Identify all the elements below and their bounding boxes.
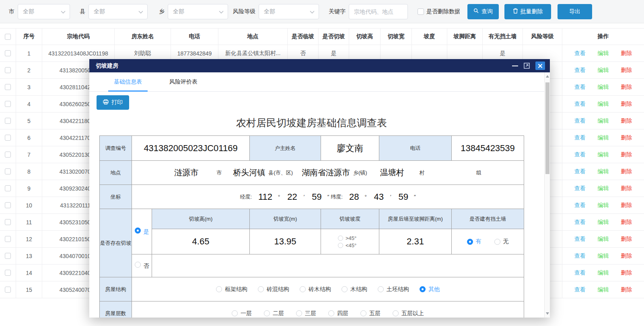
row-checkbox[interactable] xyxy=(5,185,11,191)
county-select[interactable]: 全部 xyxy=(88,4,148,19)
cell-num: 13 xyxy=(16,248,42,264)
row-checkbox[interactable] xyxy=(5,101,11,107)
edit-link[interactable]: 编辑 xyxy=(598,185,609,192)
edit-link[interactable]: 编辑 xyxy=(598,151,609,158)
delete-link[interactable]: 删除 xyxy=(621,236,632,243)
row-checkbox[interactable] xyxy=(5,236,11,242)
floor-4-radio[interactable] xyxy=(328,310,334,316)
scroll-up-icon[interactable] xyxy=(546,75,549,78)
risk-select[interactable]: 全部 xyxy=(259,4,319,19)
view-link[interactable]: 查看 xyxy=(574,202,586,209)
delete-link[interactable]: 删除 xyxy=(621,286,632,293)
row-checkbox[interactable] xyxy=(5,270,11,276)
select-all-checkbox[interactable] xyxy=(5,34,11,40)
row-checkbox[interactable] xyxy=(5,168,11,174)
town-select[interactable]: 全部 xyxy=(168,4,228,19)
view-link[interactable]: 查看 xyxy=(574,50,586,57)
delete-link[interactable]: 删除 xyxy=(621,134,632,141)
edit-link[interactable]: 编辑 xyxy=(598,286,609,293)
print-button[interactable]: 打印 xyxy=(97,95,129,110)
edit-link[interactable]: 编辑 xyxy=(598,236,609,243)
modal-header: 切坡建房 xyxy=(89,59,550,72)
delete-link[interactable]: 删除 xyxy=(621,67,632,74)
view-link[interactable]: 查看 xyxy=(574,100,586,108)
delete-link[interactable]: 删除 xyxy=(621,151,632,158)
floor-1-radio[interactable] xyxy=(232,310,238,316)
keyword-input[interactable] xyxy=(349,4,408,19)
structure-brick-wood-radio[interactable] xyxy=(300,286,306,292)
view-link[interactable]: 查看 xyxy=(574,151,586,158)
tab-risk-evaluation[interactable]: 风险评价表 xyxy=(164,72,203,91)
row-checkbox[interactable] xyxy=(5,67,11,73)
search-button[interactable]: 查询 xyxy=(467,4,499,19)
view-link[interactable]: 查看 xyxy=(574,84,586,91)
maximize-button[interactable] xyxy=(524,63,530,69)
view-link[interactable]: 查看 xyxy=(574,286,586,293)
view-link[interactable]: 查看 xyxy=(574,269,586,277)
view-link[interactable]: 查看 xyxy=(574,134,586,141)
delete-link[interactable]: 删除 xyxy=(621,202,632,209)
row-checkbox[interactable] xyxy=(5,50,11,56)
scrollbar-thumb[interactable] xyxy=(545,82,549,174)
edit-link[interactable]: 编辑 xyxy=(598,134,609,141)
structure-other-radio[interactable] xyxy=(420,286,426,292)
view-link[interactable]: 查看 xyxy=(574,236,586,243)
floor-2-radio[interactable] xyxy=(264,310,270,316)
row-checkbox[interactable] xyxy=(5,287,11,293)
slope-gt45-radio[interactable] xyxy=(338,236,343,241)
structure-frame-radio[interactable] xyxy=(216,286,222,292)
edit-link[interactable]: 编辑 xyxy=(598,168,609,175)
row-checkbox[interactable] xyxy=(5,118,11,124)
delete-link[interactable]: 删除 xyxy=(621,117,632,125)
row-checkbox[interactable] xyxy=(5,135,11,141)
view-link[interactable]: 查看 xyxy=(574,252,586,260)
edit-link[interactable]: 编辑 xyxy=(598,117,609,125)
wall-yes-radio[interactable] xyxy=(467,239,473,245)
city-select[interactable]: 全部 xyxy=(18,4,70,19)
row-checkbox[interactable] xyxy=(5,84,11,90)
delete-link[interactable]: 删除 xyxy=(621,50,632,57)
delete-link[interactable]: 删除 xyxy=(621,219,632,226)
slope-lt45-radio[interactable] xyxy=(338,243,343,248)
view-link[interactable]: 查看 xyxy=(574,219,586,226)
row-checkbox[interactable] xyxy=(5,253,11,259)
row-checkbox[interactable] xyxy=(5,202,11,208)
structure-adobe-radio[interactable] xyxy=(378,286,384,292)
structure-brick-concrete-radio[interactable] xyxy=(258,286,264,292)
row-checkbox[interactable] xyxy=(5,152,11,158)
edit-link[interactable]: 编辑 xyxy=(598,252,609,260)
view-link[interactable]: 查看 xyxy=(574,67,586,74)
scroll-down-icon[interactable] xyxy=(546,312,549,315)
edit-link[interactable]: 编辑 xyxy=(598,100,609,108)
delete-link[interactable]: 删除 xyxy=(621,252,632,260)
delete-link[interactable]: 删除 xyxy=(621,84,632,91)
modal-scrollbar[interactable] xyxy=(544,72,550,318)
cut-exist-yes-radio[interactable] xyxy=(135,228,141,234)
view-link[interactable]: 查看 xyxy=(574,117,586,125)
floor-5-radio[interactable] xyxy=(360,310,366,316)
structure-wood-radio[interactable] xyxy=(342,286,348,292)
delete-link[interactable]: 删除 xyxy=(621,100,632,108)
edit-link[interactable]: 编辑 xyxy=(598,269,609,277)
export-button[interactable]: 导出 xyxy=(558,4,592,19)
close-button[interactable] xyxy=(535,62,545,70)
edit-link[interactable]: 编辑 xyxy=(598,219,609,226)
show-deleted-checkbox[interactable] xyxy=(418,8,424,15)
edit-link[interactable]: 编辑 xyxy=(598,202,609,209)
cut-exist-no-radio[interactable] xyxy=(135,262,141,268)
delete-link[interactable]: 删除 xyxy=(621,185,632,192)
edit-link[interactable]: 编辑 xyxy=(598,50,609,57)
minimize-button[interactable] xyxy=(512,66,518,66)
view-link[interactable]: 查看 xyxy=(574,168,586,175)
floor-3-radio[interactable] xyxy=(296,310,302,316)
tab-basic-info[interactable]: 基础信息表 xyxy=(108,72,148,91)
delete-link[interactable]: 删除 xyxy=(621,168,632,175)
floor-5plus-radio[interactable] xyxy=(393,310,399,316)
wall-no-radio[interactable] xyxy=(494,239,500,245)
row-checkbox[interactable] xyxy=(5,219,11,225)
edit-link[interactable]: 编辑 xyxy=(598,84,609,91)
batch-delete-button[interactable]: 批量删除 xyxy=(504,4,551,19)
delete-link[interactable]: 删除 xyxy=(621,269,632,277)
edit-link[interactable]: 编辑 xyxy=(598,67,609,74)
view-link[interactable]: 查看 xyxy=(574,185,586,192)
